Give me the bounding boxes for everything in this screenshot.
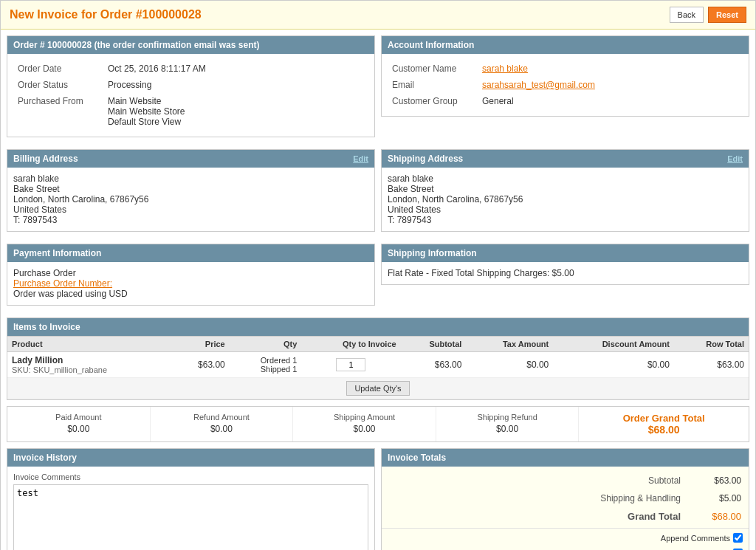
col-qty-to-invoice: Qty to Invoice [301,337,400,352]
shipping-info-body: Flat Rate - Fixed Total Shipping Charges… [382,262,749,284]
invoice-totals-table: Subtotal $63.00 Shipping & Handling $5.0… [382,471,749,526]
payment-info-body: Purchase Order Purchase Order Number: Or… [7,262,374,305]
email-label: Email [389,78,478,92]
order-date-value: Oct 25, 2016 8:11:17 AM [105,61,367,76]
email-copy-row: Email Copy of Invoice [382,546,749,550]
header-buttons: Back Reset [670,7,746,23]
subtotal-value: $63.00 [688,472,747,489]
item-tax-amount: $0.00 [466,352,553,378]
billing-edit-link[interactable]: Edit [353,154,368,163]
reset-button[interactable]: Reset [708,7,746,23]
product-name: Lady Million [12,355,168,365]
purchased-from-value: Main Website Main Website Store Default … [105,94,367,129]
customer-group-label: Customer Group [389,94,478,109]
payment-info-panel: Payment Information Purchase Order Purch… [7,244,375,306]
page-title: New Invoice for Order #100000028 [10,8,202,21]
subtotal-label: Subtotal [383,472,687,489]
invoice-comments-label: Invoice Comments [13,472,368,481]
update-qtys-button[interactable]: Update Qty's [346,381,409,396]
back-button[interactable]: Back [670,7,704,23]
billing-address-body: sarah blake Bake Street London, North Ca… [7,168,374,231]
item-subtotal: $63.00 [401,352,467,378]
col-price: Price [173,337,230,352]
col-qty: Qty [230,337,302,352]
order-date-label: Order Date [15,61,103,76]
append-comments-row: Append Comments [382,530,749,546]
append-comments-checkbox[interactable] [733,533,743,543]
table-row: Lady Million SKU: SKU_million_rabane $63… [7,352,749,378]
email-link[interactable]: sarahsarah_test@gmail.com [482,80,595,90]
shipping-address-panel: Shipping Address Edit sarah blake Bake S… [381,149,749,232]
items-to-invoice-panel: Items to Invoice Product Price Qty Qty t… [7,317,749,400]
invoice-history-header: Invoice History [7,449,374,467]
invoice-history-body: Invoice Comments test [7,467,374,550]
page-header: New Invoice for Order #100000028 Back Re… [1,1,755,30]
invoice-comments-textarea[interactable]: test [13,484,368,550]
customer-name-link[interactable]: sarah blake [482,63,528,74]
purchased-from-label: Purchased From [15,94,103,129]
invoice-totals-header: Invoice Totals [382,449,749,467]
update-qty-row: Update Qty's [7,378,749,399]
shipping-info-header: Shipping Information [382,244,749,262]
product-sku: SKU: SKU_million_rabane [12,365,168,374]
col-product: Product [7,337,173,352]
refund-amount-col: Refund Amount $0.00 [151,407,294,441]
order-grand-total-col: Order Grand Total $68.00 [579,407,749,441]
purchase-order-number-link[interactable]: Purchase Order Number: [13,278,112,289]
payment-info-header: Payment Information [7,244,374,262]
shipping-amount-col: Shipping Amount $0.00 [293,407,436,441]
item-row-total: $63.00 [674,352,749,378]
order-info-panel: Order # 100000028 (the order confirmatio… [7,35,375,137]
order-status-value: Processing [105,78,367,92]
shipping-address-header: Shipping Address Edit [382,150,749,168]
paid-amount-col: Paid Amount $0.00 [7,407,151,441]
item-qty: Ordered 1 Shipped 1 [230,352,302,378]
billing-address-panel: Billing Address Edit sarah blake Bake St… [7,149,375,232]
shipping-refund-col: Shipping Refund $0.00 [436,407,580,441]
shipping-value: $5.00 [688,490,747,506]
shipping-address-body: sarah blake Bake Street London, North Ca… [382,168,749,231]
account-info-header: Account Information [382,36,749,54]
append-comments-label: Append Comments [661,534,730,543]
grand-total-value: $68.00 [688,508,747,525]
customer-group-value: General [479,94,741,109]
shipping-edit-link[interactable]: Edit [727,154,743,163]
item-qty-to-invoice [301,352,400,378]
amounts-row: Paid Amount $0.00 Refund Amount $0.00 Sh… [7,406,749,442]
col-discount-amount: Discount Amount [553,337,674,352]
items-to-invoice-header: Items to Invoice [7,318,749,336]
item-price: $63.00 [173,352,230,378]
grand-total-label: Grand Total [383,508,687,525]
items-table: Product Price Qty Qty to Invoice Subtota… [7,336,749,399]
qty-to-invoice-input[interactable] [336,358,365,371]
col-subtotal: Subtotal [401,337,467,352]
customer-name-label: Customer Name [389,61,478,76]
col-row-total: Row Total [674,337,749,352]
account-info-panel: Account Information Customer Name sarah … [381,35,749,117]
item-discount-amount: $0.00 [553,352,674,378]
invoice-totals-panel: Invoice Totals Subtotal $63.00 Shipping … [381,448,749,550]
shipping-label: Shipping & Handling [383,490,687,506]
col-tax-amount: Tax Amount [466,337,553,352]
billing-address-header: Billing Address Edit [7,150,374,168]
invoice-history-panel: Invoice History Invoice Comments test [7,448,375,550]
shipping-info-panel: Shipping Information Flat Rate - Fixed T… [381,244,749,285]
order-status-label: Order Status [15,78,103,92]
order-info-header: Order # 100000028 (the order confirmatio… [7,36,374,54]
